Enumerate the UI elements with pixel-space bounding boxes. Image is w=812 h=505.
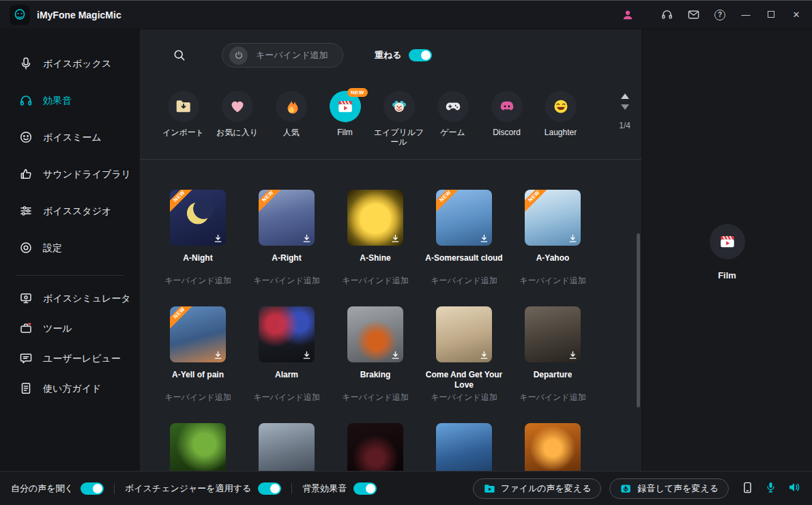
effects-area: NEW A-Night キーバインド追加 NEW A-Right キーバインド追…: [140, 160, 641, 471]
sidebar-item-voice-studio[interactable]: ボイススタジオ: [0, 193, 140, 230]
card-keybind-button[interactable]: キーバインド追加: [253, 275, 319, 287]
category-april-fool[interactable]: エイプリルフール: [372, 91, 426, 148]
card-name: A-Shine: [360, 253, 390, 274]
hear-myself-toggle[interactable]: [81, 482, 104, 495]
category-popular[interactable]: 人気: [264, 91, 318, 148]
page-down-icon[interactable]: [621, 104, 629, 110]
page-up-icon[interactable]: [621, 93, 629, 99]
search-icon[interactable]: [173, 48, 186, 62]
discord-icon: [491, 91, 523, 122]
phone-icon[interactable]: [741, 481, 754, 496]
keybind-add-label: キーバインド追加: [256, 49, 328, 61]
card-thumb[interactable]: [259, 423, 315, 471]
category-discord[interactable]: Discord: [480, 91, 534, 148]
card-thumb[interactable]: NEW: [170, 190, 226, 246]
sidebar-item-label: ボイスボックス: [43, 58, 111, 70]
sidebar-item-voice-meme[interactable]: ボイスミーム: [0, 119, 140, 156]
sidebar-item-sound-effects[interactable]: 効果音: [0, 83, 140, 119]
minimize-button[interactable]: —: [740, 10, 752, 20]
record-and-change-label: 録音して声を変える: [637, 482, 719, 495]
card-keybind-button[interactable]: キーバインド追加: [519, 392, 585, 403]
card-keybind-button[interactable]: キーバインド追加: [519, 275, 585, 287]
sidebar-item-voicebox[interactable]: ボイスボックス: [0, 46, 140, 83]
card-thumb[interactable]: [347, 423, 403, 471]
card-keybind-button[interactable]: キーバインド追加: [164, 275, 231, 287]
card-thumb[interactable]: [525, 423, 581, 471]
card-thumb[interactable]: [436, 423, 492, 471]
selected-effect-icon[interactable]: [710, 224, 745, 259]
folder-play-icon: [483, 482, 495, 495]
background-effects-label: 背景効果音: [302, 482, 347, 495]
card-thumb[interactable]: [170, 423, 226, 471]
help-icon[interactable]: ?: [713, 8, 727, 22]
card-name: A-Right: [272, 253, 301, 274]
category-label: インポート: [162, 128, 204, 148]
new-ribbon: NEW: [259, 190, 280, 212]
card-thumb[interactable]: [525, 306, 581, 362]
card-name: A-Yahoo: [536, 253, 570, 274]
sidebar-item-settings[interactable]: 設定: [0, 230, 140, 267]
category-laughter[interactable]: Laughter: [534, 91, 588, 148]
card-thumb[interactable]: NEW: [525, 190, 581, 246]
maximize-button[interactable]: [765, 10, 777, 20]
page-indicator: 1/4: [619, 121, 630, 130]
account-icon[interactable]: [621, 8, 635, 22]
download-icon[interactable]: [568, 351, 577, 360]
category-label: お気に入り: [216, 128, 258, 148]
card-keybind-button[interactable]: キーバインド追加: [342, 275, 408, 287]
sidebar-item-tools[interactable]: ツール: [0, 314, 140, 344]
sidebar-item-guide[interactable]: 使い方ガイド: [0, 374, 140, 404]
sidebar-item-label: ユーザーレビュー: [43, 353, 121, 365]
apply-voice-changer-toggle[interactable]: [258, 482, 281, 495]
headset-icon[interactable]: [660, 8, 673, 22]
card-keybind-button[interactable]: キーバインド追加: [253, 392, 319, 403]
record-and-change-button[interactable]: 録音して声を変える: [609, 478, 729, 499]
scrollbar-thumb[interactable]: [637, 233, 640, 407]
separator: [114, 483, 115, 494]
card-keybind-button[interactable]: キーバインド追加: [431, 275, 497, 287]
download-icon[interactable]: [480, 234, 489, 243]
download-icon[interactable]: [391, 234, 400, 243]
card-thumb[interactable]: [347, 306, 403, 362]
sidebar-item-sound-library[interactable]: サウンドライブラリ: [0, 156, 140, 193]
card-thumb[interactable]: NEW: [436, 190, 492, 246]
download-icon[interactable]: [214, 351, 222, 360]
close-button[interactable]: ✕: [790, 10, 802, 20]
sidebar-item-label: 設定: [43, 242, 62, 255]
download-icon[interactable]: [391, 351, 400, 360]
sidebar-item-voice-simulator[interactable]: ボイスシミュレータ: [0, 284, 140, 314]
download-icon[interactable]: [568, 234, 577, 243]
card-keybind-button[interactable]: キーバインド追加: [342, 392, 408, 403]
card-thumb[interactable]: [259, 306, 315, 362]
change-file-voice-button[interactable]: ファイルの声を変える: [473, 478, 601, 499]
sidebar-item-label: サウンドライブラリ: [43, 169, 131, 181]
download-icon[interactable]: [302, 351, 311, 360]
category-game[interactable]: ゲーム: [426, 91, 480, 148]
sidebar-item-label: 使い方ガイド: [43, 383, 101, 395]
overlay-toggle[interactable]: [409, 49, 432, 61]
category-film[interactable]: NEW Film: [318, 91, 372, 148]
microphone-icon[interactable]: [764, 481, 777, 496]
sidebar-item-user-reviews[interactable]: ユーザーレビュー: [0, 344, 140, 374]
category-favorites[interactable]: お気に入り: [210, 91, 264, 148]
mail-icon[interactable]: [686, 8, 700, 22]
download-icon[interactable]: [480, 351, 489, 360]
category-import[interactable]: インポート: [156, 91, 210, 148]
card-keybind-button[interactable]: キーバインド追加: [164, 392, 231, 403]
download-icon[interactable]: [302, 234, 311, 243]
background-effects-toggle[interactable]: [353, 482, 377, 495]
card-thumb[interactable]: [347, 190, 403, 246]
card-thumb[interactable]: NEW: [170, 306, 226, 362]
microphone-icon: [19, 57, 33, 72]
sidebar-item-label: ボイスシミュレータ: [43, 293, 131, 305]
fire-icon: [276, 91, 307, 122]
download-icon[interactable]: [214, 234, 222, 243]
card-name: Come And Get Your Love: [421, 370, 507, 390]
titlebar: iMyFone MagicMic ? — ✕: [0, 1, 812, 29]
card-keybind-button[interactable]: キーバインド追加: [431, 392, 497, 403]
speaker-icon[interactable]: [787, 480, 801, 496]
card-thumb[interactable]: NEW: [259, 190, 315, 246]
card-thumb[interactable]: [436, 306, 492, 362]
effect-card: [331, 423, 420, 471]
keybind-add-button[interactable]: キーバインド追加: [222, 43, 343, 68]
